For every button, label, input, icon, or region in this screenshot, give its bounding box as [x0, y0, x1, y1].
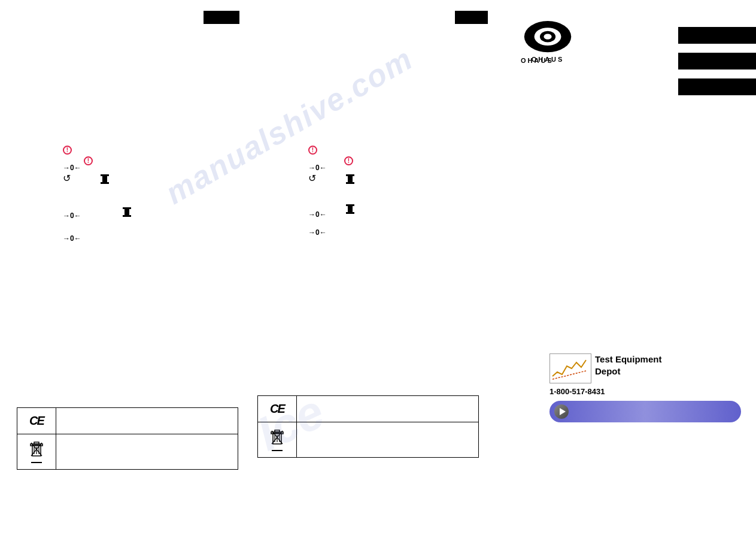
left-loop-1: ↺ — [63, 173, 71, 184]
ted-line1: Test Equipment — [595, 353, 661, 365]
ted-phone: 1-800-517-8431 — [549, 387, 747, 396]
left-zero-3: →0← — [63, 232, 81, 243]
svg-rect-6 — [34, 442, 39, 444]
table-row-weee-left — [17, 434, 238, 470]
table-row-ce-right: CE — [258, 396, 479, 422]
ce-symbol-right: CE — [270, 402, 284, 415]
top-bar-mid — [455, 11, 488, 24]
ted-header: Test Equipment Depot — [549, 353, 747, 383]
left-zero-1: →0← — [63, 162, 81, 173]
ohaus-logo-svg — [523, 21, 573, 55]
ce-icon-cell-left: CE — [17, 408, 56, 434]
weee-svg-right — [269, 428, 285, 446]
left-warning-2: ! — [84, 155, 93, 165]
ted-chart-svg — [551, 355, 590, 382]
compliance-table-right: CE — [257, 395, 479, 458]
right-table: CE — [257, 395, 479, 458]
left-warning-1: ! — [63, 144, 72, 155]
left-scale-1 — [101, 168, 109, 184]
ted-play-arrow — [560, 408, 566, 415]
ted-play-button[interactable] — [549, 401, 741, 422]
diagram-right: ! ! →0← ↺ — [281, 144, 509, 282]
compliance-table-left: CE — [17, 407, 238, 470]
right-zero-2: →0← — [308, 208, 327, 219]
weee-symbol-left — [26, 440, 47, 463]
table-row-weee-right — [258, 422, 479, 458]
right-bar-3 — [678, 78, 756, 95]
right-scale-1 — [346, 168, 354, 184]
right-bar-2 — [678, 53, 756, 69]
right-zero-3: →0← — [308, 226, 327, 237]
ted-chart-icon — [549, 353, 591, 383]
ce-description-right — [297, 396, 479, 422]
ted-title-area: Test Equipment Depot — [595, 353, 661, 377]
table-row-ce-left: CE — [17, 408, 238, 434]
right-bar-1 — [678, 27, 756, 44]
ohaus-text: OHAUS — [521, 57, 554, 64]
left-diagram-container: ! ! →0← ↺ — [36, 144, 215, 282]
left-zero-2: →0← — [63, 210, 81, 220]
weee-icon-cell-right — [258, 422, 297, 458]
ted-play-icon — [554, 404, 569, 419]
right-zero-1: →0← — [308, 162, 327, 173]
top-bar-left — [204, 11, 239, 24]
weee-icon-cell-left — [17, 434, 56, 470]
ce-icon-cell-right: CE — [258, 396, 297, 422]
weee-svg-left — [29, 440, 44, 458]
weee-underline-right — [272, 450, 283, 451]
right-scale-2 — [346, 198, 354, 214]
weee-symbol-right — [266, 428, 288, 451]
left-scale-2 — [123, 201, 131, 217]
left-table: CE — [17, 407, 238, 470]
ce-description-left — [56, 408, 238, 434]
weee-description-left — [56, 434, 238, 470]
ted-line2: Depot — [595, 365, 661, 377]
right-warning-2: ! — [344, 155, 353, 165]
svg-rect-14 — [275, 430, 280, 432]
diagram-left: ! ! →0← ↺ — [36, 144, 263, 282]
weee-description-right — [297, 422, 479, 458]
ted-box: Test Equipment Depot 1-800-517-8431 — [549, 353, 747, 422]
ce-symbol-left: CE — [29, 414, 44, 427]
right-diagram-container: ! ! →0← ↺ — [281, 144, 461, 282]
weee-underline-left — [31, 462, 42, 463]
right-warning-1: ! — [308, 144, 317, 155]
svg-point-3 — [544, 34, 551, 39]
right-loop-1: ↺ — [308, 173, 316, 184]
